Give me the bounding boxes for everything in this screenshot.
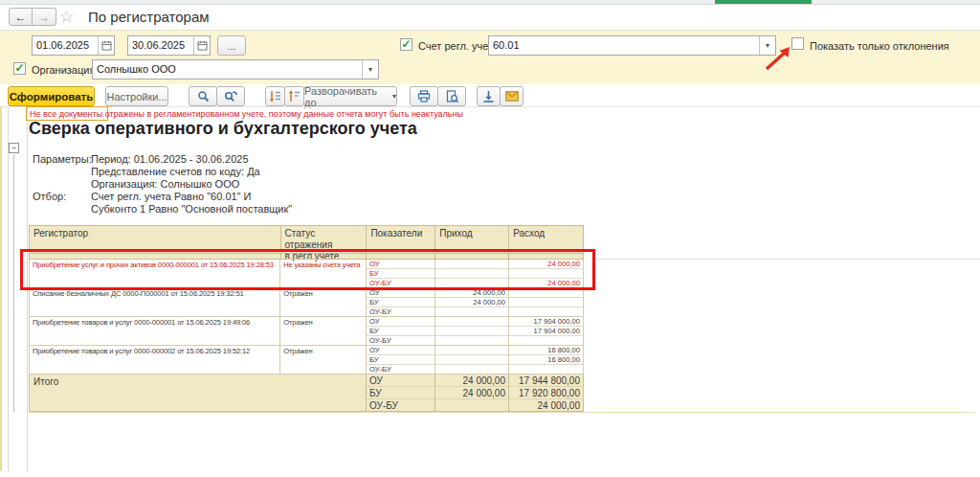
metric-row: БУ17 904 000,00 (367, 327, 584, 336)
group-bracket-line (13, 154, 14, 412)
metric-row: БУ16 800,00 (367, 355, 584, 365)
income-value: 24 000,00 (435, 387, 509, 399)
calendar-icon[interactable] (98, 36, 114, 55)
header-status-line1: Статус отражения (285, 228, 363, 251)
metric-row: ОУ-БУ (367, 365, 584, 375)
forward-arrow-icon: → (38, 11, 50, 24)
expand-groups-icon (288, 90, 301, 102)
annotation-arrow (763, 45, 791, 71)
metric-name: ОУ-БУ (367, 365, 435, 375)
expand-to-button[interactable]: Разворачивать до ▾ (303, 86, 397, 106)
metrics-block: ОУ17 904 000,00БУ17 904 000,00ОУ-БУ (367, 317, 584, 346)
metric-row: ОУ-БУ (367, 336, 584, 346)
income-value (435, 317, 509, 327)
period-options-button[interactable]: ... (217, 35, 246, 56)
income-value (435, 399, 509, 412)
find-button[interactable] (189, 86, 217, 106)
history-nav: ← → (9, 8, 56, 26)
forward-button[interactable]: → (33, 8, 56, 26)
save-export-button[interactable] (477, 86, 501, 106)
organization-value: Солнышко ООО (93, 60, 362, 79)
metric-name: БУ (367, 387, 435, 399)
check-icon: ✓ (401, 39, 411, 49)
period-from-field[interactable]: 01.06.2025 (32, 35, 115, 56)
metric-name: БУ (367, 298, 435, 307)
report-left-border (8, 106, 9, 471)
metric-row: БУ24 000,0017 920 800,00 (367, 387, 584, 399)
selection-label: Отбор: (33, 191, 66, 202)
report-warning: Не все документы отражены в регламентиро… (30, 109, 463, 119)
period-to-field[interactable]: 30.06.2025 (127, 35, 211, 56)
deviations-label: Показать только отклонения (810, 40, 949, 52)
param-line: Организация: Солнышко ООО (91, 178, 239, 190)
find-next-button[interactable] (216, 86, 245, 106)
chevron-down-icon[interactable]: ▾ (362, 60, 378, 79)
envelope-icon (505, 91, 519, 102)
metric-row: ОУ16 800,00 (367, 346, 584, 355)
generate-button[interactable]: Сформировать (8, 86, 95, 106)
registrar-cell: Приобретение товаров и услуг 0000-000002… (30, 346, 280, 375)
table-bottom-line (27, 412, 974, 413)
active-tab-indicator (715, 0, 812, 4)
download-icon (482, 90, 495, 102)
expense-value (509, 336, 584, 346)
metric-name: БУ (367, 327, 435, 336)
metric-name: ОУ (367, 317, 435, 327)
collapse-groups-button[interactable] (265, 86, 285, 106)
metric-row: ОУ-БУ (367, 307, 584, 317)
registrar-cell: Списание безналичных ДС 0000-П000001 от … (30, 288, 280, 317)
metric-row: ОУ17 904 000,00 (367, 317, 584, 327)
expand-groups-button[interactable] (284, 86, 304, 106)
income-value (435, 307, 509, 317)
income-value (435, 355, 509, 365)
account-checkbox[interactable]: ✓ (400, 38, 412, 51)
status-cell: Отражен (280, 288, 367, 317)
expense-value: 17 904 000,00 (509, 327, 584, 336)
metrics-block: ОУ16 800,00БУ16 800,00ОУ-БУ (367, 346, 584, 375)
metric-name: ОУ (367, 375, 435, 387)
metric-name: ОУ-БУ (367, 399, 435, 412)
registrar-cell: Приобретение товаров и услуг 0000-000001… (30, 317, 280, 346)
filter-panel: 01.06.2025 – 30.06.2025 ... ✓ Счет регл.… (0, 30, 980, 84)
table-row: Списание безналичных ДС 0000-П000001 от … (29, 288, 584, 317)
selection-line: Счет регл. учета Равно "60.01" И (91, 191, 252, 202)
metric-name: ОУ-БУ (367, 307, 435, 317)
organization-combo[interactable]: Солнышко ООО ▾ (92, 59, 379, 80)
metric-name: ОУ-БУ (367, 336, 435, 346)
settings-button[interactable]: Настройки... (105, 86, 168, 106)
app-window: ← → ☆ По регистраторам 01.06.2025 – 30.0… (0, 0, 980, 477)
expense-value: 17 944 800,00 (509, 375, 584, 387)
params-label: Параметры: (33, 153, 92, 165)
calendar-icon[interactable] (193, 36, 210, 55)
income-value (435, 327, 509, 336)
expense-value: 17 920 800,00 (509, 387, 584, 399)
account-combo[interactable]: 60.01 ▾ (488, 35, 776, 56)
report-title: Сверка оперативного и бухгалтерского уче… (29, 119, 417, 139)
print-button[interactable] (410, 86, 438, 106)
back-arrow-icon: ← (15, 11, 27, 24)
income-value: 24 000,00 (435, 375, 509, 387)
income-value (435, 346, 509, 355)
param-line: Представление счетов по коду: Да (91, 166, 260, 177)
page-title: По регистраторам (88, 9, 210, 25)
expense-value: 16 800,00 (509, 346, 584, 355)
expense-value (509, 307, 584, 317)
search-refresh-icon (224, 90, 237, 102)
left-accent-strip (0, 106, 2, 471)
expand-to-label: Разворачивать до (304, 85, 388, 108)
collapse-group-toggle[interactable]: − (9, 143, 19, 153)
back-button[interactable]: ← (9, 8, 33, 26)
table-total-row: Итого ОУ24 000,0017 944 800,00БУ24 000,0… (29, 375, 584, 412)
expense-value: 17 904 000,00 (509, 317, 584, 327)
deviations-checkbox[interactable] (791, 37, 804, 50)
status-cell: Отражен (280, 346, 367, 375)
send-email-button[interactable] (500, 86, 523, 106)
period-to-value: 30.06.2025 (128, 36, 193, 55)
table-row: Приобретение товаров и услуг 0000-000002… (29, 346, 584, 375)
income-value (435, 365, 509, 375)
toolbar-divider (0, 106, 980, 107)
print-preview-button[interactable] (437, 86, 466, 106)
expense-value (509, 365, 584, 375)
organization-checkbox[interactable]: ✓ (13, 62, 26, 75)
favorite-star-icon[interactable]: ☆ (59, 7, 74, 27)
